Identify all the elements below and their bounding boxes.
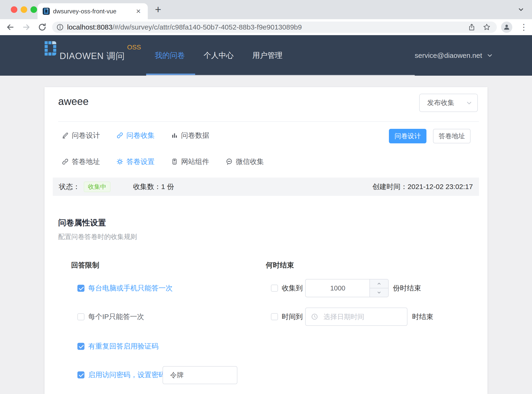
stepper-down-button[interactable] [370,288,388,297]
main-nav: 我的问卷 个人中心 用户管理 [155,35,282,76]
title-divider [58,121,479,122]
nav-item-user-management[interactable]: 用户管理 [252,50,282,61]
answer-url-button[interactable]: 答卷地址 [433,129,471,143]
checkbox[interactable] [77,343,85,350]
tab-label: 问卷收集 [126,131,154,140]
quota-end-row: 收集到 份时结束 [271,279,421,297]
tab-label: 问卷设计 [72,131,100,140]
tab-title: dwsurvey-oss-front-vue [53,3,116,19]
widget-tag-icon [171,158,178,165]
zoom-window-button[interactable] [31,6,37,13]
quota-label[interactable]: 收集到 [282,283,303,293]
brand-oss-badge: OSS [127,44,141,51]
deadline-label[interactable]: 时间到 [282,312,303,322]
chevron-down-icon [466,99,473,108]
publish-collect-label: 发布收集 [427,98,454,108]
option-label[interactable]: 有重复回答启用验证码 [88,342,159,351]
page-background: aweee 发布收集 问卷设计 问卷收集 [0,76,532,394]
checkbox[interactable] [271,313,278,320]
close-window-button[interactable] [11,6,17,13]
back-icon[interactable] [6,22,15,32]
bookmark-star-icon[interactable] [483,23,491,31]
reload-icon[interactable] [37,22,47,32]
bar-chart-icon [171,132,178,139]
stepper-up-button[interactable] [370,280,388,288]
settings-section-desc: 配置问卷答卷时的收集规则 [58,232,137,241]
subtab-answer-url[interactable]: 答卷地址 [62,157,100,166]
browser-profile-avatar[interactable] [501,21,512,33]
option-label[interactable]: 每台电脑或手机只能答一次 [88,283,173,293]
date-picker-wrap [305,308,407,326]
subtab-answer-settings[interactable]: 答卷设置 [116,157,154,166]
link-icon [62,158,69,165]
chevron-up-icon [376,281,382,286]
checkbox[interactable] [77,313,85,320]
option-access-password: 启用访问密码，设置密码 [77,370,166,380]
status-label: 状态： [59,182,80,192]
screen: dwsurvey-oss-front-vue × + localhost:808… [0,0,532,394]
site-favicon [43,8,50,15]
share-icon[interactable] [468,23,476,31]
answer-limit-heading: 回答限制 [71,260,99,270]
survey-title: aweee [58,96,89,107]
app-header: DIAOWEN 调问 OSS 我的问卷 个人中心 用户管理 service@di… [0,35,532,76]
browser-tab-strip: dwsurvey-oss-front-vue × + [0,0,532,19]
new-tab-button[interactable]: + [151,2,165,18]
checkbox[interactable] [77,371,85,378]
tab-survey-data[interactable]: 问卷数据 [171,131,209,140]
subtab-wechat-collect[interactable]: 微信收集 [226,157,264,166]
account-email: service@diaowen.net [415,52,482,59]
date-picker-input[interactable] [305,308,407,326]
url-path: /#/dw/survey/c/attr/c98fa140-50b7-4052-8… [112,23,302,31]
nav-item-my-surveys[interactable]: 我的问卷 [155,50,185,61]
survey-tabs: 问卷设计 问卷收集 问卷数据 [62,128,209,142]
survey-design-button[interactable]: 问卷设计 [389,129,426,143]
subtab-label: 答卷设置 [126,157,154,166]
password-input[interactable] [163,366,237,384]
count-value: 1 份 [161,182,174,192]
option-captcha-on-repeat: 有重复回答启用验证码 [77,342,159,351]
quota-number-input-wrap [305,279,389,297]
forward-icon[interactable] [21,22,31,32]
address-bar[interactable]: localhost:8083/#/dw/survey/c/attr/c98fa1… [52,21,497,33]
link-icon [116,132,123,139]
status-badge: 收集中 [84,181,111,192]
status-bar: 状态： 收集中 收集数： 1 份 创建时间： 2021-12-02 23:02:… [53,177,479,196]
url-host: localhost:8083 [67,23,112,31]
browser-menu-icon[interactable]: ⋮ [518,19,530,35]
deadline-suffix: 时结束 [412,312,433,322]
tab-survey-design[interactable]: 问卷设计 [62,131,100,140]
option-label[interactable]: 启用访问密码，设置密码 [88,370,166,380]
tab-search-chevron-icon[interactable] [517,6,525,14]
browser-tab[interactable]: dwsurvey-oss-front-vue × [37,3,148,19]
page-info-icon[interactable] [56,23,64,31]
favicon-logo-icon [44,8,48,14]
settings-section-title: 问卷属性设置 [58,217,106,228]
chevron-down-icon [486,52,493,59]
account-dropdown[interactable]: service@diaowen.net [415,35,493,76]
tab-close-icon[interactable]: × [134,3,143,19]
checkbox[interactable] [77,285,85,292]
url-text: localhost:8083/#/dw/survey/c/attr/c98fa1… [67,21,302,33]
tab-survey-collect[interactable]: 问卷收集 [116,131,154,140]
minimize-window-button[interactable] [21,6,27,13]
pencil-icon [62,132,69,139]
subtab-label: 微信收集 [236,157,264,166]
gear-icon [116,158,123,165]
count-label: 收集数： [133,182,161,192]
end-rules-heading: 何时结束 [266,260,294,270]
created-value: 2021-12-02 23:02:17 [407,183,473,191]
option-one-answer-per-ip: 每个IP只能答一次 [77,312,144,322]
subtab-site-widget[interactable]: 网站组件 [171,157,209,166]
chat-bubble-icon [226,158,233,165]
number-stepper [369,280,388,297]
publish-collect-select[interactable]: 发布收集 [419,94,478,112]
option-label[interactable]: 每个IP只能答一次 [88,312,144,322]
diaowen-logo-icon[interactable] [45,41,56,57]
nav-item-profile[interactable]: 个人中心 [204,50,234,61]
tab-label: 问卷数据 [181,131,209,140]
quota-suffix: 份时结束 [393,283,421,293]
deadline-end-row: 时间到 时结束 [271,308,433,326]
checkbox[interactable] [271,285,278,292]
option-one-answer-per-device: 每台电脑或手机只能答一次 [77,283,173,293]
